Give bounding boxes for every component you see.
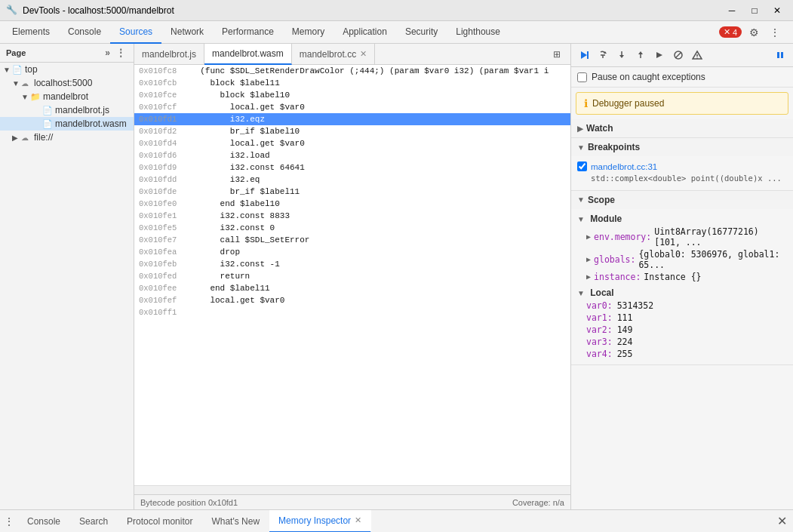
tree-arrow-localhost: ▼ (12, 79, 21, 88)
code-line[interactable]: 0x010fd6 i32.load (134, 149, 570, 161)
svg-point-14 (696, 57, 698, 59)
code-line[interactable]: 0x010fed return (134, 270, 570, 282)
step-out-button[interactable] (632, 47, 649, 63)
close-button[interactable]: ✕ (767, 3, 787, 18)
code-line[interactable]: 0x010fd2 br_if $label10 (134, 125, 570, 137)
tab-console[interactable]: Console (59, 21, 110, 44)
code-line[interactable]: 0x010fd9 i32.const 64641 (134, 161, 570, 174)
code-area[interactable]: 0x010fc8 (func $SDL_SetRenderDrawColor (… (134, 65, 570, 485)
bottom-panel-menu[interactable]: ⋮ (0, 512, 18, 530)
deactivate-bp-button[interactable] (670, 47, 687, 63)
tab-security[interactable]: Security (396, 21, 447, 44)
sidebar-item-mandelbrot-folder[interactable]: ▼ 📁 mandelbrot (0, 90, 134, 103)
sidebar-item-mandelbrot-js[interactable]: 📄 mandelbrot.js (0, 103, 134, 117)
code-line[interactable]: 0x010fdd i32.eq (134, 174, 570, 186)
pause-exceptions-checkbox[interactable] (577, 72, 587, 82)
bottom-tab-memory-inspector[interactable]: Memory Inspector ✕ (269, 510, 371, 533)
tab-lighthouse[interactable]: Lighthouse (447, 21, 509, 44)
code-line[interactable]: 0x010fef local.get $var0 (134, 294, 570, 306)
resume-button[interactable] (576, 47, 592, 63)
line-address: 0x010fdd (134, 174, 187, 186)
bottom-tab-search[interactable]: Search (70, 510, 118, 533)
code-line[interactable]: 0x010fee end $label11 (134, 282, 570, 294)
sidebar-item-file[interactable]: ▶ ☁ file:// (0, 131, 134, 144)
code-line[interactable]: 0x010fe5 i32.const 0 (134, 222, 570, 234)
line-content: local.get $var0 (187, 137, 570, 149)
code-line[interactable]: 0x010fcf local.get $var0 (134, 101, 570, 113)
more-button[interactable]: ⋮ (766, 23, 784, 42)
line-content: call $SDL_SetError (187, 234, 570, 246)
sidebar-menu-btn[interactable]: ⋮ (114, 47, 128, 59)
step-button[interactable] (651, 47, 668, 63)
code-line[interactable]: 0x010fcb block $label11 (134, 77, 570, 89)
bottom-panel: ⋮ Console Search Protocol monitor What's… (0, 509, 793, 532)
code-line[interactable]: 0x010fe7 call $SDL_SetError (134, 234, 570, 246)
status-right: Coverage: n/a (512, 498, 564, 507)
breakpoints-label: Breakpoints (588, 142, 640, 152)
horizontal-scrollbar[interactable] (134, 485, 570, 494)
exceptions-button[interactable] (689, 47, 705, 63)
breakpoint-checkbox[interactable] (577, 161, 587, 171)
source-tab-cc[interactable]: mandelbrot.cc ✕ (292, 44, 375, 65)
sidebar-item-mandelbrot-wasm[interactable]: 📄 mandelbrot.wasm (0, 117, 134, 131)
line-address: 0x010fe7 (134, 234, 187, 246)
code-line[interactable]: 0x010fde br_if $label11 (134, 186, 570, 198)
tab-memory[interactable]: Memory (283, 21, 333, 44)
breakpoints-section-header[interactable]: ▼ Breakpoints (571, 138, 793, 156)
source-tab-cc-close[interactable]: ✕ (360, 49, 367, 59)
code-line[interactable]: 0x010fd1 i32.eqz (134, 113, 570, 125)
globals-item[interactable]: ▶ globals: {global0: 5306976, global1: 6… (586, 248, 787, 271)
watch-section-header[interactable]: ▶ Watch (571, 119, 793, 137)
sidebar-more-btn[interactable]: » (103, 47, 112, 59)
maximize-button[interactable]: □ (745, 3, 764, 18)
tab-elements[interactable]: Elements (3, 21, 59, 44)
line-address: 0x010fcb (134, 77, 187, 89)
memory-inspector-close[interactable]: ✕ (355, 515, 361, 525)
env-memory-item[interactable]: ▶ env.memory: Uint8Array(16777216) [101,… (586, 226, 787, 248)
code-line[interactable]: 0x010fd4 local.get $var0 (134, 137, 570, 149)
code-line[interactable]: 0x010fce block $label10 (134, 89, 570, 101)
sidebar-item-localhost[interactable]: ▼ ☁ localhost:5000 (0, 76, 134, 90)
source-expand-icon[interactable]: ⊞ (548, 45, 566, 63)
line-content: block $label10 (187, 89, 570, 101)
tree-label-top: top (25, 64, 38, 75)
bottom-tab-whatsnew[interactable]: What's New (202, 510, 269, 533)
breakpoint-file[interactable]: mandelbrot.cc:31 (591, 161, 782, 173)
step-over-button[interactable] (595, 47, 611, 63)
line-address: 0x010fd6 (134, 149, 187, 161)
sidebar-icons: » ⋮ (103, 47, 128, 59)
line-address: 0x010fee (134, 282, 187, 294)
right-panel: Pause on caught exceptions ℹ Debugger pa… (571, 44, 793, 509)
bottom-tab-console[interactable]: Console (18, 510, 70, 533)
tree-label-localhost: localhost:5000 (34, 78, 92, 88)
pause-active-button[interactable] (772, 47, 788, 63)
source-panel: mandelbrot.js mandelbrot.wasm mandelbrot… (134, 44, 571, 509)
tab-performance[interactable]: Performance (213, 21, 283, 44)
devtools-toolbar: Elements Console Sources Network Perform… (0, 21, 793, 44)
error-badge[interactable]: ✕ 4 (719, 26, 742, 38)
minimize-button[interactable]: ─ (722, 3, 742, 18)
tab-application[interactable]: Application (333, 21, 396, 44)
code-line[interactable]: 0x010fea drop (134, 246, 570, 258)
svg-marker-6 (619, 55, 624, 58)
tab-sources[interactable]: Sources (110, 21, 161, 44)
code-line[interactable]: 0x010feb i32.const -1 (134, 258, 570, 270)
code-line[interactable]: 0x010ff1 (134, 306, 570, 318)
bottom-tab-protocol[interactable]: Protocol monitor (118, 510, 202, 533)
scope-section-header[interactable]: ▼ Scope (571, 191, 793, 209)
code-line[interactable]: 0x010fc8 (func $SDL_SetRenderDrawColor (… (134, 65, 570, 77)
code-line[interactable]: 0x010fe0 end $label10 (134, 198, 570, 210)
tab-network[interactable]: Network (161, 21, 213, 44)
line-content: local.get $var0 (187, 101, 570, 113)
code-line[interactable]: 0x010fe1 i32.const 8833 (134, 210, 570, 222)
settings-button[interactable]: ⚙ (745, 23, 763, 42)
sidebar-item-top[interactable]: ▼ 📄 top (0, 63, 134, 76)
instance-item[interactable]: ▶ instance: Instance {} (586, 271, 787, 283)
bottom-panel-close[interactable]: ✕ (771, 514, 793, 528)
source-tab-js[interactable]: mandelbrot.js (134, 44, 204, 65)
step-into-button[interactable] (613, 47, 630, 63)
line-content: i32.const 64641 (187, 161, 570, 174)
js-file-icon: 📄 (42, 106, 53, 115)
source-tab-wasm[interactable]: mandelbrot.wasm (204, 44, 292, 65)
debugger-content: Pause on caught exceptions ℹ Debugger pa… (571, 67, 793, 509)
